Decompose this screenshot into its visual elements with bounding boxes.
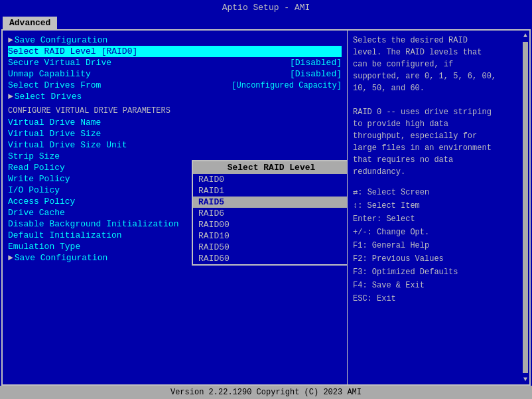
help-select-screen: ⇄: Select Screen [353,186,524,199]
dropdown-item-raid50[interactable]: RAID50 [193,242,348,253]
help-esc: ESC: Exit [353,292,524,305]
help-f2: F2: Previous Values [353,252,524,266]
left-panel: ► Save Configuration Select RAID Level [… [3,31,348,384]
footer: Version 2.22.1290 Copyright (C) 2023 AMI [0,386,532,399]
right-scrollbar[interactable]: ▲ ▼ [521,31,529,384]
menu-item-vd-size-unit[interactable]: Virtual Drive Size Unit [8,139,342,151]
help-change-opt: +/-: Change Opt. [353,226,524,239]
footer-text: Version 2.22.1290 Copyright (C) 2023 AMI [170,388,362,397]
menu-item-save-config[interactable]: ► Save Configuration [8,35,342,46]
dropdown-item-raid5[interactable]: RAID5 [193,197,348,208]
help-f3: F3: Optimized Defaults [353,266,524,279]
main-area: ► Save Configuration Select RAID Level [… [1,29,531,386]
help-enter: Enter: Select [353,212,524,226]
menu-item-select-drives[interactable]: ► Select Drives [8,91,342,102]
dropdown-item-raid10[interactable]: RAID10 [193,230,348,242]
help-f4: F4: Save & Exit [353,279,524,292]
arrow-icon: ► [8,35,13,45]
menu-item-secure-vd[interactable]: Secure Virtual Drive [Disabled] [8,57,342,68]
arrow-icon-2: ► [8,92,13,102]
right-panel: Selects the desired RAID level. The RAID… [348,31,529,384]
scrollbar-arrow-down[interactable]: ▼ [523,374,527,384]
screen: Aptio Setup - AMI Advanced ► Save Config… [0,0,532,399]
dropdown-title: Select RAID Level [193,161,348,174]
scrollbar-arrow-up[interactable]: ▲ [523,31,527,40]
dropdown-item-raid60[interactable]: RAID60 [193,253,348,264]
menu-item-unmap[interactable]: Unmap Capability [Disabled] [8,68,342,80]
help-section: ⇄: Select Screen ↕: Select Item Enter: S… [353,186,524,305]
tab-advanced[interactable]: Advanced [3,17,57,29]
tab-bar: Advanced [0,15,532,29]
menu-item-vd-size[interactable]: Virtual Drive Size [8,128,342,139]
menu-item-drives-from[interactable]: Select Drives From [Unconfigured Capacit… [8,80,342,91]
arrow-icon-3: ► [8,253,13,263]
title-text: Aptio Setup - AMI [222,3,310,13]
scrollbar-track [523,42,528,373]
section-title-configure: CONFIGURE VIRTUAL DRIVE PARAMETERS [8,105,342,117]
menu-item-raid-level[interactable]: Select RAID Level [RAID0] [8,46,342,57]
help-select-item: ↕: Select Item [353,199,524,212]
dropdown-item-raid1[interactable]: RAID1 [193,185,348,197]
dropdown-item-raid00[interactable]: RAID00 [193,219,348,230]
menu-item-vd-name[interactable]: Virtual Drive Name [8,117,342,128]
dropdown-select-raid: Select RAID Level RAID0 RAID1 RAID5 RAID… [192,160,348,266]
description-text: Selects the desired RAID level. The RAID… [353,35,524,178]
dropdown-item-raid0[interactable]: RAID0 [193,174,348,185]
dropdown-item-raid6[interactable]: RAID6 [193,208,348,219]
title-bar: Aptio Setup - AMI [0,0,532,15]
help-f1: F1: General Help [353,239,524,252]
